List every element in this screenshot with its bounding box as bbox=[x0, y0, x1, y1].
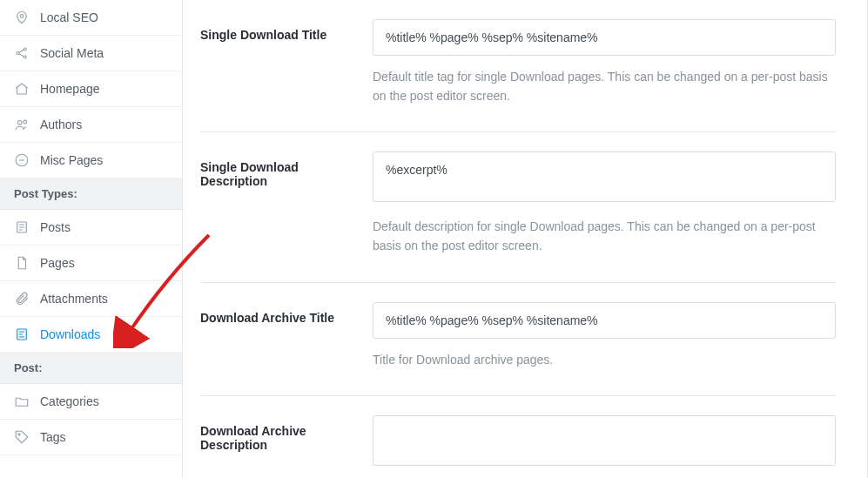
sidebar-item-categories[interactable]: Categories bbox=[0, 384, 182, 420]
sidebar-item-authors[interactable]: Authors bbox=[0, 107, 182, 143]
field-help: Default description for single Download … bbox=[373, 218, 836, 255]
single-download-description-input[interactable]: %excerpt% bbox=[373, 151, 836, 202]
sidebar-item-social-meta[interactable]: Social Meta bbox=[0, 36, 182, 71]
section-download-archive-description: Download Archive Description Description… bbox=[200, 396, 836, 478]
sidebar-item-pages[interactable]: Pages bbox=[0, 246, 182, 281]
sidebar-item-label: Tags bbox=[40, 430, 66, 444]
section-download-archive-title: Download Archive Title Title for Downloa… bbox=[200, 283, 836, 397]
sidebar-item-label: Social Meta bbox=[40, 46, 104, 60]
svg-point-9 bbox=[18, 434, 20, 435]
paperclip-icon bbox=[14, 291, 30, 306]
page-icon bbox=[14, 255, 30, 271]
share-icon bbox=[14, 45, 30, 61]
single-download-title-input[interactable] bbox=[373, 19, 836, 56]
sidebar-item-label: Posts bbox=[40, 220, 71, 234]
folder-icon bbox=[14, 394, 30, 409]
post-icon bbox=[14, 219, 30, 235]
sidebar-item-label: Attachments bbox=[40, 292, 108, 306]
circle-minus-icon bbox=[14, 152, 30, 168]
field-label: Download Archive Title bbox=[200, 302, 348, 370]
settings-sidebar: Local SEO Social Meta Homepage Authors M bbox=[0, 0, 183, 478]
field-label: Download Archive Description bbox=[200, 415, 348, 478]
svg-point-2 bbox=[24, 48, 26, 50]
section-single-download-title: Single Download Title Default title tag … bbox=[200, 0, 836, 132]
sidebar-item-local-seo[interactable]: Local SEO bbox=[0, 0, 182, 36]
sidebar-item-tags[interactable]: Tags bbox=[0, 420, 182, 455]
field-label: Single Download Title bbox=[200, 19, 348, 105]
sidebar-item-label: Downloads bbox=[40, 327, 100, 341]
sidebar-item-posts[interactable]: Posts bbox=[0, 210, 182, 246]
svg-point-0 bbox=[20, 15, 24, 18]
sidebar-item-attachments[interactable]: Attachments bbox=[0, 281, 182, 317]
sidebar-item-label: Homepage bbox=[40, 82, 100, 96]
section-single-download-description: Single Download Description %excerpt% De… bbox=[200, 132, 836, 282]
sidebar-item-label: Authors bbox=[40, 118, 82, 131]
home-icon bbox=[14, 81, 30, 97]
users-icon bbox=[14, 117, 30, 132]
download-archive-title-input[interactable] bbox=[373, 302, 836, 339]
field-label: Single Download Description bbox=[200, 151, 348, 255]
svg-point-3 bbox=[24, 56, 26, 58]
download-archive-description-input[interactable] bbox=[373, 415, 836, 466]
field-help: Default title tag for single Download pa… bbox=[373, 68, 836, 105]
sidebar-item-homepage[interactable]: Homepage bbox=[0, 71, 182, 107]
sidebar-item-label: Pages bbox=[40, 256, 75, 270]
sidebar-item-label: Categories bbox=[40, 394, 99, 408]
pin-icon bbox=[14, 10, 30, 25]
sidebar-item-label: Local SEO bbox=[40, 10, 98, 24]
sidebar-header-post-types: Post Types: bbox=[0, 178, 182, 210]
settings-main: Single Download Title Default title tag … bbox=[183, 0, 867, 478]
sidebar-item-misc-pages[interactable]: Misc Pages bbox=[0, 143, 182, 178]
sidebar-item-downloads[interactable]: Downloads bbox=[0, 317, 182, 353]
svg-point-1 bbox=[17, 52, 19, 55]
tag-icon bbox=[14, 429, 30, 445]
download-icon bbox=[14, 327, 30, 342]
svg-point-4 bbox=[18, 121, 23, 125]
sidebar-item-label: Misc Pages bbox=[40, 153, 103, 167]
svg-point-5 bbox=[24, 120, 27, 124]
field-help: Title for Download archive pages. bbox=[373, 351, 836, 370]
sidebar-header-post: Post: bbox=[0, 353, 182, 384]
